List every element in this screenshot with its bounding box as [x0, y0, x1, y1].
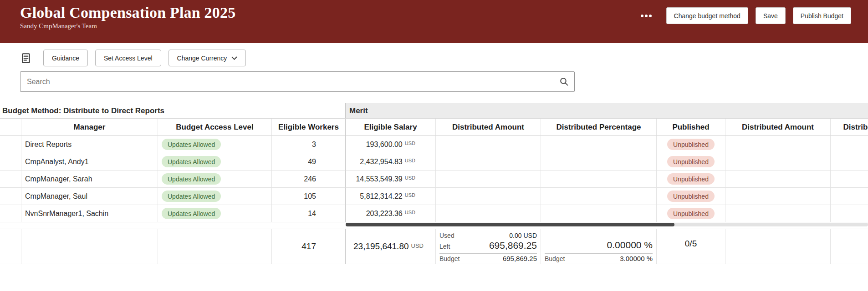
manager-cell: CmpManager, Sarah [21, 171, 158, 188]
table-header-row: Manager Budget Access Level Eligible Wor… [0, 119, 868, 136]
summary-currency-code: USD [411, 242, 424, 249]
summary-access-cell [158, 229, 272, 264]
table-row: CmpManager, Saul Updates Allowed 105 5,8… [0, 188, 868, 205]
access-level-badge: Updates Allowed [162, 156, 221, 167]
summary-distributed-amount: Used 0.00 USD Left 695,869.25 Budget 695… [436, 229, 541, 264]
column-header-budget-access-level: Budget Access Level [158, 119, 272, 136]
column-header-eligible-salary: Eligible Salary [346, 119, 436, 136]
summary-distributed-percentage-2 [831, 229, 868, 264]
eligible-salary-cell: 14,553,549.39 USD [346, 171, 436, 188]
horizontal-scrollbar [0, 222, 868, 227]
salary-value: 203,223.36 [366, 210, 403, 218]
distributed-percentage-cell [541, 171, 657, 188]
table-row: NvnSnrManager1, Sachin Updates Allowed 1… [0, 205, 868, 222]
eligible-workers-cell: 14 [272, 205, 346, 222]
scrollbar-track[interactable] [346, 223, 868, 226]
more-actions-icon[interactable] [638, 11, 655, 20]
distributed-amount-2-cell [725, 171, 831, 188]
distributed-percentage-total: 0.00000 % [607, 240, 653, 251]
budget-amount-label: Budget [439, 255, 460, 262]
column-header-distributed-amount-2: Distributed Amount [725, 119, 831, 136]
search-input[interactable] [20, 71, 575, 92]
column-header-distributed-amount: Distributed Amount [436, 119, 541, 136]
row-selector-cell [0, 205, 21, 222]
row-selector-header [0, 119, 21, 136]
access-level-cell: Updates Allowed [158, 188, 272, 205]
row-selector-cell [0, 136, 21, 153]
merit-group-label: Merit [346, 103, 868, 118]
distributed-amount-2-cell [725, 188, 831, 205]
summary-eligible-salary: 23,195,641.80 USD [346, 229, 436, 264]
header-actions: Change budget method Save Publish Budget [638, 7, 851, 24]
row-selector-cell [0, 188, 21, 205]
search-icon[interactable] [559, 77, 569, 88]
column-header-published: Published [657, 119, 725, 136]
distributed-percentage-2-cell [831, 153, 868, 171]
distributed-percentage-cell [541, 188, 657, 205]
chevron-down-icon [231, 56, 237, 60]
column-header-distributed-percentage-2: Distributed Percentage [831, 119, 868, 136]
distributed-percentage-2-cell [831, 171, 868, 188]
distributed-amount-2-cell [725, 153, 831, 171]
group-header-band: Budget Method: Distribute to Direct Repo… [0, 103, 868, 119]
summary-published-ratio: 0/5 [657, 229, 725, 264]
eligible-workers-cell: 105 [272, 188, 346, 205]
summary-manager-cell [21, 229, 158, 264]
column-header-distributed-percentage: Distributed Percentage [541, 119, 657, 136]
row-selector-cell [0, 153, 21, 171]
manager-cell: CmpAnalyst, Andy1 [21, 153, 158, 171]
guidance-button[interactable]: Guidance [43, 50, 88, 66]
distributed-percentage-2-cell [831, 188, 868, 205]
save-button[interactable]: Save [756, 7, 786, 24]
access-level-cell: Updates Allowed [158, 136, 272, 153]
change-currency-button[interactable]: Change Currency [168, 50, 246, 66]
access-level-cell: Updates Allowed [158, 171, 272, 188]
distributed-amount-cell [436, 136, 541, 153]
access-level-badge: Updates Allowed [162, 173, 221, 185]
salary-value: 2,432,954.83 [360, 158, 402, 166]
manager-cell: Direct Reports [21, 136, 158, 153]
left-label: Left [439, 243, 450, 250]
currency-code: USD [405, 175, 415, 181]
report-icon[interactable] [20, 52, 32, 65]
currency-code: USD [405, 210, 415, 215]
currency-code: USD [405, 140, 415, 146]
distributed-percentage-2-cell [831, 136, 868, 153]
scrollbar-thumb[interactable] [346, 223, 674, 226]
used-label: Used [439, 232, 454, 239]
publish-budget-button[interactable]: Publish Budget [793, 7, 851, 24]
summary-eligible-workers: 417 [272, 229, 346, 264]
summary-selector-cell [0, 229, 21, 264]
table-row: Direct Reports Updates Allowed 3 193,600… [0, 136, 868, 153]
summary-distributed-amount-2 [725, 229, 831, 264]
eligible-workers-cell: 49 [272, 153, 346, 171]
salary-value: 14,553,549.39 [356, 175, 402, 183]
change-currency-label: Change Currency [177, 55, 227, 62]
distributed-percentage-cell [541, 205, 657, 222]
access-level-cell: Updates Allowed [158, 205, 272, 222]
change-budget-method-button[interactable]: Change budget method [666, 7, 748, 24]
summary-divider [545, 253, 653, 254]
set-access-level-button[interactable]: Set Access Level [95, 50, 161, 66]
budget-grid: Budget Method: Distribute to Direct Repo… [0, 103, 868, 264]
currency-code: USD [405, 158, 415, 163]
summary-divider [439, 253, 537, 254]
published-badge: Unpublished [667, 156, 715, 167]
table-row: CmpAnalyst, Andy1 Updates Allowed 49 2,4… [0, 153, 868, 171]
distributed-amount-cell [436, 153, 541, 171]
eligible-salary-cell: 5,812,314.22 USD [346, 188, 436, 205]
eligible-workers-cell: 3 [272, 136, 346, 153]
summary-row: 417 23,195,641.80 USD Used 0.00 USD Left… [0, 229, 868, 264]
published-cell: Unpublished [657, 188, 725, 205]
eligible-workers-cell: 246 [272, 171, 346, 188]
table-row: CmpManager, Sarah Updates Allowed 246 14… [0, 171, 868, 188]
distributed-amount-2-cell [725, 205, 831, 222]
published-badge: Unpublished [667, 208, 715, 219]
page-subtitle: Sandy CmpManager's Team [20, 22, 235, 30]
published-badge: Unpublished [667, 191, 715, 202]
used-value: 0.00 USD [509, 232, 537, 239]
budget-method-label: Budget Method: Distribute to Direct Repo… [0, 103, 346, 118]
published-badge: Unpublished [667, 139, 715, 150]
access-level-badge: Updates Allowed [162, 191, 221, 202]
published-cell: Unpublished [657, 205, 725, 222]
